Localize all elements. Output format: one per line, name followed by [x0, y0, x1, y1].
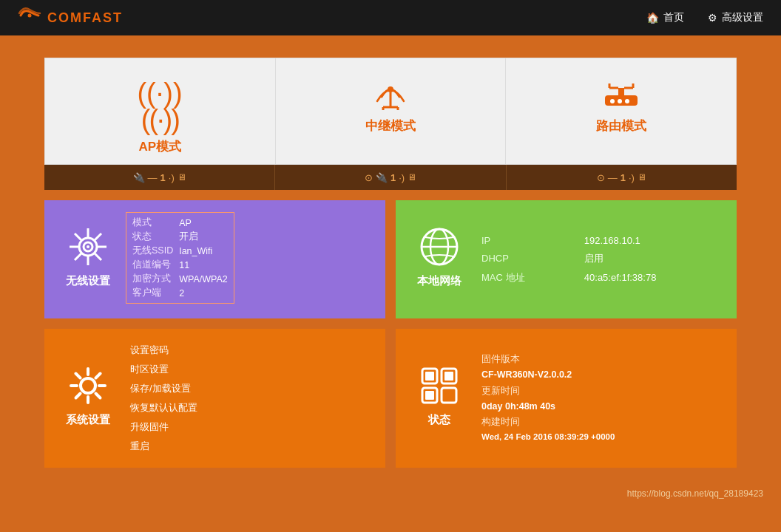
network-info: IP 192.168.10.1 DHCP 启用 MAC 地址 40:a5:ef:…	[473, 232, 726, 287]
nav-home[interactable]: 🏠 首页	[646, 11, 684, 24]
svg-rect-42	[442, 388, 456, 403]
svg-point-30	[81, 378, 95, 393]
system-icon-area: 系统设置	[55, 364, 121, 433]
table-row: 信道编号 11	[132, 258, 228, 272]
ap-bar: 🔌 — 1 ·) 🖥	[44, 165, 274, 190]
status-icon-area: 状态	[406, 364, 473, 433]
svg-line-24	[95, 253, 102, 260]
status-info: 固件版本 CF-WR360N-V2.0.0.2 更新时间 0day 0h:48m…	[473, 352, 726, 445]
svg-line-36	[96, 393, 101, 398]
table-row: MAC 地址 40:a5:ef:1f:38:78	[481, 268, 726, 287]
wireless-info-box: 模式 AP 状态 开启 无线SSID Ian_Wifi 信道编号	[126, 212, 234, 304]
ap-mode-label: AP模式	[139, 138, 182, 155]
nav-advanced[interactable]: ⚙ 高级设置	[708, 11, 763, 24]
list-item: 设置密码	[130, 341, 375, 360]
router-mode-label: 路由模式	[596, 117, 646, 134]
svg-rect-44	[444, 372, 453, 381]
svg-point-0	[28, 14, 32, 18]
wireless-info: 模式 AP 状态 开启 无线SSID Ian_Wifi 信道编号	[121, 212, 375, 307]
svg-line-26	[75, 253, 82, 260]
router-bar: ⊙ — 1 ·) 🖥	[506, 165, 737, 190]
header: COMFAST 🏠 首页 ⚙ 高级设置	[0, 0, 781, 35]
table-row: DHCP 启用	[481, 249, 726, 268]
wireless-info-table: 模式 AP 状态 开启 无线SSID Ian_Wifi 信道编号	[132, 216, 228, 300]
footer: https://blog.csdn.net/qq_28189423	[0, 482, 781, 505]
list-item: 0day 0h:48m 40s	[481, 399, 726, 415]
list-item: 构建时间	[481, 415, 726, 430]
wireless-icon-area: 无线设置	[55, 225, 121, 294]
relay-mode-label: 中继模式	[365, 117, 416, 134]
footer-url: https://blog.csdn.net/qq_28189423	[627, 488, 763, 499]
ap-mode-icon: ((·)) ((·))	[136, 75, 183, 134]
router-mode-icon	[598, 75, 645, 116]
home-icon: 🏠	[646, 12, 659, 24]
main-content: ((·)) ((·)) AP模式 中继模式	[0, 35, 781, 482]
list-item: 保存/加载设置	[130, 379, 375, 398]
logo-icon	[18, 7, 41, 28]
wireless-title: 无线设置	[66, 274, 110, 288]
mode-cards-container: ((·)) ((·)) AP模式 中继模式	[44, 58, 737, 165]
function-tiles: 无线设置 模式 AP 状态 开启 无线SSID	[44, 200, 737, 468]
svg-line-25	[95, 233, 102, 241]
table-row: IP 192.168.10.1	[481, 232, 726, 249]
mode-card-router[interactable]: 路由模式	[506, 58, 737, 165]
list-item: CF-WR360N-V2.0.0.2	[481, 367, 726, 383]
svg-rect-45	[425, 391, 434, 400]
tile-network[interactable]: 本地网络 IP 192.168.10.1 DHCP 启用 MAC 地址 40:a…	[396, 200, 737, 318]
tile-system[interactable]: 系统设置 设置密码 时区设置 保存/加载设置 恢复默认认配置 升级固件 重启	[44, 329, 385, 468]
tile-status[interactable]: 状态 固件版本 CF-WR360N-V2.0.0.2 更新时间 0day 0h:…	[396, 329, 737, 468]
tile-wireless[interactable]: 无线设置 模式 AP 状态 开启 无线SSID	[44, 200, 385, 318]
header-nav: 🏠 首页 ⚙ 高级设置	[646, 11, 763, 24]
status-title: 状态	[428, 413, 450, 427]
list-item: 恢复默认认配置	[130, 398, 375, 417]
relay-bar: ⊙ 🔌 1 ·) 🖥	[274, 165, 505, 190]
ap-bar-icon1: 🔌	[133, 172, 145, 183]
gear-icon: ⚙	[708, 12, 717, 24]
table-row: 无线SSID Ian_Wifi	[132, 244, 228, 258]
system-info: 设置密码 时区设置 保存/加载设置 恢复默认认配置 升级固件 重启	[121, 341, 375, 456]
svg-line-23	[75, 233, 82, 241]
svg-point-14	[618, 99, 622, 103]
list-item: Wed, 24 Feb 2016 08:39:29 +0000	[481, 430, 726, 445]
network-icon-area: 本地网络	[406, 225, 473, 294]
svg-point-18	[87, 245, 89, 248]
network-info-table: IP 192.168.10.1 DHCP 启用 MAC 地址 40:a5:ef:…	[481, 232, 726, 287]
svg-point-15	[625, 99, 629, 103]
mode-card-relay[interactable]: 中继模式	[276, 58, 507, 165]
table-row: 加密方式 WPA/WPA2	[132, 272, 228, 286]
table-row: 客户端 2	[132, 286, 228, 300]
svg-line-35	[76, 373, 81, 378]
list-item: 重启	[130, 437, 375, 456]
mode-bars: 🔌 — 1 ·) 🖥 ⊙ 🔌 1 ·) 🖥 ⊙ — 1 ·) 🖥	[44, 165, 737, 190]
list-item: 更新时间	[481, 383, 726, 399]
relay-mode-icon	[367, 75, 414, 116]
svg-line-38	[76, 393, 81, 398]
network-title: 本地网络	[417, 274, 462, 288]
list-item: 时区设置	[130, 360, 375, 379]
logo: COMFAST	[18, 7, 123, 28]
svg-rect-8	[618, 88, 624, 95]
svg-line-37	[96, 373, 101, 378]
list-item: 升级固件	[130, 417, 375, 437]
table-row: 模式 AP	[132, 216, 228, 230]
table-row: 状态 开启	[132, 230, 228, 244]
logo-text: COMFAST	[47, 10, 123, 26]
svg-rect-43	[425, 372, 434, 381]
list-item: 固件版本	[481, 352, 726, 367]
system-title: 系统设置	[66, 413, 110, 427]
mode-card-ap[interactable]: ((·)) ((·)) AP模式	[44, 58, 276, 165]
svg-point-13	[610, 99, 615, 103]
